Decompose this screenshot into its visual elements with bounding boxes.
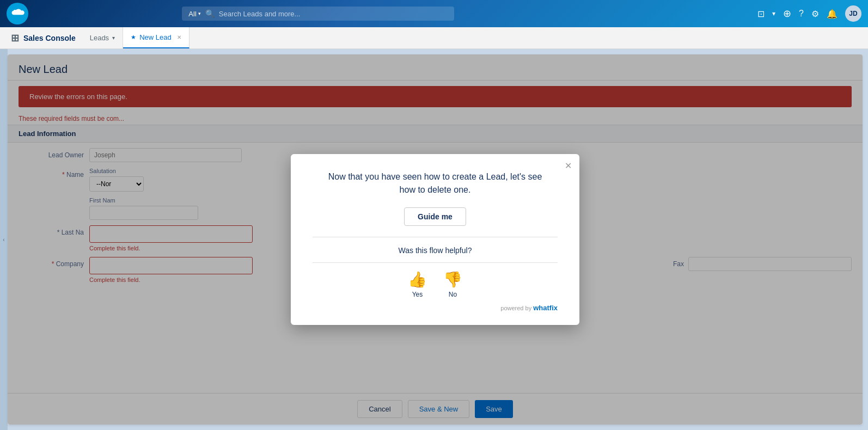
no-label: No [449,291,457,298]
panel-toggle[interactable]: ‹ [0,49,8,430]
chevron-down-icon: ▾ [198,11,201,16]
settings-icon[interactable]: ⚙ [811,9,819,19]
tab-leads-chevron: ▾ [112,35,115,41]
modal-close-button[interactable]: ✕ [565,161,572,171]
tab-leads[interactable]: Leads ▾ [82,27,123,48]
salesforce-logo[interactable] [7,3,28,24]
feedback-buttons: 👍 Yes 👎 No [313,271,558,298]
tab-leads-label: Leads [90,34,109,42]
thumbs-down-button[interactable]: 👎 No [443,271,462,298]
grid-icon[interactable]: ⊞ [11,32,19,44]
modal-overlay: ✕ Now that you have seen how to create a… [8,54,863,425]
modal-divider [313,237,558,237]
app-title: Sales Console [23,34,76,42]
tab-new-lead[interactable]: ★ New Lead ✕ [123,27,190,48]
thumbs-up-button[interactable]: 👍 Yes [408,271,427,298]
content-panel: New Lead Review the errors on this page.… [8,54,863,425]
feedback-divider [313,262,558,263]
recent-items-icon[interactable]: ⊡ [757,9,765,19]
thumbs-down-icon: 👎 [443,271,462,288]
help-icon[interactable]: ? [799,9,804,19]
modal-title-text-line2: how to delete one. [400,185,471,194]
whatfix-brand: whatfix [533,304,558,312]
modal-dialog: ✕ Now that you have seen how to create a… [291,154,579,325]
search-bar: All ▾ 🔍 [182,7,454,21]
powered-by: powered by whatfix [313,304,558,312]
top-navigation: All ▾ 🔍 ⊡ ▾ ⊕ ? ⚙ 🔔 JD [0,0,868,27]
modal-title: Now that you have seen how to create a L… [313,170,558,196]
tab-bar: ⊞ Sales Console Leads ▾ ★ New Lead ✕ [0,27,868,49]
search-icon: 🔍 [205,9,215,18]
main-area: ‹ New Lead Review the errors on this pag… [0,49,868,430]
tab-close-icon[interactable]: ✕ [177,34,181,40]
yes-label: Yes [412,291,423,298]
chevron-icon[interactable]: ▾ [772,10,775,17]
feedback-question: Was this flow helpful? [313,246,558,255]
notifications-icon[interactable]: 🔔 [827,9,838,19]
powered-by-text: powered by [500,305,531,311]
feedback-section: Was this flow helpful? 👍 Yes 👎 No [313,246,558,312]
modal-title-text-line1: Now that you have seen how to create a L… [328,172,542,181]
global-search-input[interactable] [219,10,448,18]
guide-me-button[interactable]: Guide me [404,207,466,226]
search-all-select[interactable]: All ▾ [188,10,200,18]
app-name: ⊞ Sales Console [4,27,82,48]
thumbs-up-icon: 👍 [408,271,427,288]
user-avatar[interactable]: JD [845,5,861,22]
tab-new-lead-label: New Lead [139,33,172,41]
nav-icons: ⊡ ▾ ⊕ ? ⚙ 🔔 JD [757,5,861,22]
tab-star-icon: ★ [131,34,136,41]
add-icon[interactable]: ⊕ [783,8,791,20]
